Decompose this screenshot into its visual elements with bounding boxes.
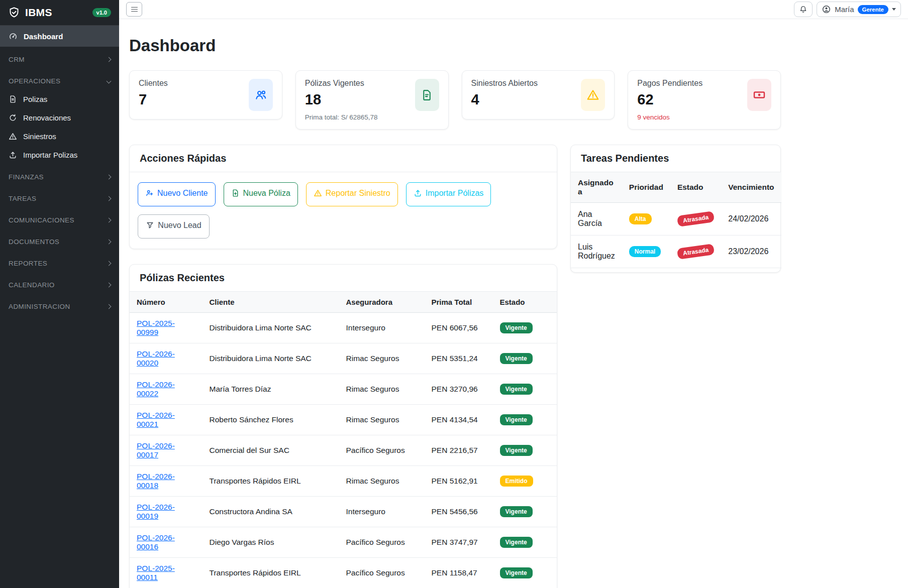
client-cell: Constructora Andina SA xyxy=(203,497,339,527)
sidebar-group-finanzas[interactable]: FINANZAS xyxy=(0,168,119,186)
assignee-cell: Ana García xyxy=(571,203,622,236)
policy-link[interactable]: POL-2026-00020 xyxy=(137,349,175,367)
policy-link[interactable]: POL-2026-00021 xyxy=(137,411,175,428)
table-row: Ana García Alta Atrasada 24/02/2026 xyxy=(571,203,781,236)
sidebar-group-comunicaciones[interactable]: COMUNICACIONES xyxy=(0,211,119,229)
sidebar-item-siniestros[interactable]: Siniestros xyxy=(0,127,119,146)
recent-policies-table: Número Cliente Aseguradora Prima Total E… xyxy=(130,292,557,588)
content: Dashboard Clientes 7 Pólizas Vigentes 18 xyxy=(119,19,791,588)
client-cell: Comercial del Sur SAC xyxy=(203,435,339,466)
main-area: María Gerente Dashboard Clientes 7 xyxy=(119,0,908,588)
button-label: Nuevo Lead xyxy=(158,221,201,229)
task-status-badge: Atrasada xyxy=(677,211,715,227)
chevron-right-icon xyxy=(107,57,112,62)
sidebar-group-tareas[interactable]: TAREAS xyxy=(0,190,119,207)
table-row: POL-2026-00016 Diego Vargas Ríos Pacífic… xyxy=(130,527,557,558)
sidebar-group-operaciones[interactable]: OPERACIONES xyxy=(0,72,119,90)
sidebar-group-documentos[interactable]: DOCUMENTOS xyxy=(0,233,119,251)
caret-down-icon xyxy=(892,8,896,11)
page-title: Dashboard xyxy=(129,36,781,55)
insurer-cell: Interseguro xyxy=(339,313,425,343)
policy-link[interactable]: POL-2025-00011 xyxy=(137,564,175,581)
sidebar-item-dashboard[interactable]: Dashboard xyxy=(0,26,119,47)
insurer-cell: Rimac Seguros xyxy=(339,343,425,374)
sidebar-group-administracion[interactable]: ADMINISTRACION xyxy=(0,298,119,315)
status-badge: Vigente xyxy=(500,567,533,578)
client-cell: Distribuidora Lima Norte SAC xyxy=(203,313,339,343)
person-plus-icon xyxy=(145,189,154,201)
stat-subtitle: Prima total: S/ 62865,78 xyxy=(305,113,378,121)
report-claim-button[interactable]: Reportar Siniestro xyxy=(306,182,398,206)
chevron-right-icon xyxy=(107,304,112,309)
sidebar-item-importar-polizas[interactable]: Importar Polizas xyxy=(0,146,119,164)
insurer-cell: Rimac Seguros xyxy=(339,466,425,497)
notifications-button[interactable] xyxy=(794,2,813,17)
column-header: Cliente xyxy=(203,292,339,313)
file-text-icon xyxy=(9,95,17,103)
table-row: POL-2025-00999 Distribuidora Lima Norte … xyxy=(130,313,557,343)
topbar: María Gerente xyxy=(119,0,908,19)
bell-icon xyxy=(799,5,808,14)
stat-card-clientes: Clientes 7 xyxy=(129,70,282,120)
button-label: Reportar Siniestro xyxy=(326,189,390,197)
new-lead-button[interactable]: Nuevo Lead xyxy=(138,214,210,239)
chevron-down-icon xyxy=(107,79,112,84)
sidebar-group-label: TAREAS xyxy=(9,195,36,202)
new-policy-button[interactable]: Nueva Póliza xyxy=(224,182,298,206)
warning-triangle-icon xyxy=(581,79,605,111)
stat-label: Clientes xyxy=(139,79,168,88)
stat-label: Siniestros Abiertos xyxy=(471,79,538,88)
sidebar-group-label: REPORTES xyxy=(9,260,47,267)
policy-link[interactable]: POL-2026-00017 xyxy=(137,441,175,459)
premium-cell: PEN 5351,24 xyxy=(425,343,493,374)
refresh-icon xyxy=(9,113,17,122)
premium-cell: PEN 5456,56 xyxy=(425,497,493,527)
client-cell: Transportes Rápidos EIRL xyxy=(203,466,339,497)
sidebar-group-calendario[interactable]: CALENDARIO xyxy=(0,276,119,294)
sidebar-item-label: Renovaciones xyxy=(23,113,71,122)
sidebar-item-renovaciones[interactable]: Renovaciones xyxy=(0,108,119,127)
assignee-cell: Luis Rodríguez xyxy=(571,236,622,268)
policy-link[interactable]: POL-2025-00999 xyxy=(137,319,175,336)
user-circle-icon xyxy=(822,5,831,14)
import-policies-button[interactable]: Importar Pólizas xyxy=(406,182,491,206)
column-header: Prioridad xyxy=(622,172,670,203)
sidebar-item-label: Polizas xyxy=(23,95,47,103)
stat-value: 4 xyxy=(471,92,538,107)
pending-tasks-title: Tareas Pendientes xyxy=(571,145,780,172)
sidebar-item-polizas[interactable]: Polizas xyxy=(0,90,119,108)
table-header-row: Número Cliente Aseguradora Prima Total E… xyxy=(130,292,557,313)
table-row: POL-2026-00020 Distribuidora Lima Norte … xyxy=(130,343,557,374)
priority-badge: Normal xyxy=(629,246,661,257)
status-badge: Vigente xyxy=(500,445,533,456)
policy-link[interactable]: POL-2026-00022 xyxy=(137,380,175,398)
sidebar-group-crm[interactable]: CRM xyxy=(0,51,119,68)
table-row: Luis Rodríguez Normal Atrasada 23/02/202… xyxy=(571,236,781,268)
policy-link[interactable]: POL-2026-00016 xyxy=(137,533,175,551)
new-client-button[interactable]: Nuevo Cliente xyxy=(138,182,216,206)
policy-link[interactable]: POL-2026-00019 xyxy=(137,503,175,520)
recent-policies-card: Pólizas Recientes Número Cliente Asegura… xyxy=(129,264,557,588)
funnel-icon xyxy=(146,221,154,233)
column-header: Número xyxy=(130,292,203,313)
sidebar: IBMS v1.0 Dashboard CRM OPERACIONES Poli… xyxy=(0,0,119,588)
sidebar-toggle-button[interactable] xyxy=(126,2,142,17)
table-header-row: Asignado a Prioridad Estado Vencimiento xyxy=(571,172,781,203)
file-plus-icon xyxy=(231,189,240,201)
table-row: POL-2026-00021 Roberto Sánchez Flores Ri… xyxy=(130,405,557,435)
policy-link[interactable]: POL-2026-00018 xyxy=(137,472,175,490)
client-cell: Distribuidora Lima Norte SAC xyxy=(203,343,339,374)
due-date-cell: 24/02/2026 xyxy=(721,203,781,236)
chevron-right-icon xyxy=(107,175,112,180)
quick-actions-body: Nuevo Cliente Nueva Póliza Reportar Sini… xyxy=(130,172,557,249)
status-badge: Vigente xyxy=(500,322,533,333)
user-menu-button[interactable]: María Gerente xyxy=(817,2,901,17)
status-badge: Vigente xyxy=(500,414,533,425)
sidebar-group-reportes[interactable]: REPORTES xyxy=(0,255,119,272)
insurer-cell: Pacífico Seguros xyxy=(339,527,425,558)
stat-value: 18 xyxy=(305,92,378,107)
premium-cell: PEN 4134,54 xyxy=(425,405,493,435)
file-icon xyxy=(415,79,439,111)
chevron-right-icon xyxy=(107,196,112,201)
insurer-cell: Rimac Seguros xyxy=(339,405,425,435)
